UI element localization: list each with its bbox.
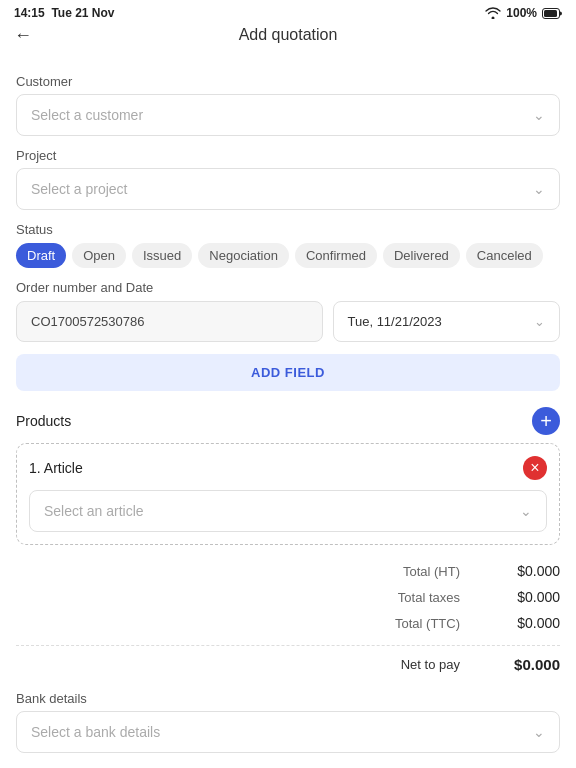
project-select[interactable]: Select a project ⌄ <box>16 168 560 210</box>
date-select[interactable]: Tue, 11/21/2023 ⌄ <box>333 301 561 342</box>
bank-details-label: Bank details <box>16 691 560 706</box>
status-chips: Draft Open Issued Negociation Confirmed … <box>16 243 560 268</box>
order-label: Order number and Date <box>16 280 560 295</box>
svg-rect-1 <box>544 10 557 17</box>
add-product-button[interactable]: + <box>532 407 560 435</box>
customer-label: Customer <box>16 74 560 89</box>
net-pay-row: Net to pay $0.000 <box>16 645 560 673</box>
products-header: Products + <box>16 407 560 435</box>
total-ht-label: Total (HT) <box>403 564 460 579</box>
wifi-icon <box>485 7 501 19</box>
add-product-icon: + <box>540 411 552 431</box>
status-chip-canceled[interactable]: Canceled <box>466 243 543 268</box>
total-taxes-value: $0.000 <box>500 589 560 605</box>
order-row: CO1700572530786 Tue, 11/21/2023 ⌄ <box>16 301 560 342</box>
back-button[interactable]: ← <box>14 25 32 46</box>
status-label: Status <box>16 222 560 237</box>
add-field-button[interactable]: ADD FIELD <box>16 354 560 391</box>
total-ht-row: Total (HT) $0.000 <box>16 563 560 579</box>
date-chevron-icon: ⌄ <box>534 314 545 329</box>
status-chip-negociation[interactable]: Negociation <box>198 243 289 268</box>
bank-details-chevron-icon: ⌄ <box>533 724 545 740</box>
total-taxes-label: Total taxes <box>398 590 460 605</box>
total-ttc-value: $0.000 <box>500 615 560 631</box>
project-chevron-icon: ⌄ <box>533 181 545 197</box>
bank-details-select[interactable]: Select a bank details ⌄ <box>16 711 560 753</box>
status-time: 14:15 Tue 21 Nov <box>14 6 115 20</box>
battery-label: 100% <box>506 6 537 20</box>
customer-placeholder: Select a customer <box>31 107 143 123</box>
total-ht-value: $0.000 <box>500 563 560 579</box>
page-title: Add quotation <box>239 26 338 44</box>
status-chip-delivered[interactable]: Delivered <box>383 243 460 268</box>
status-bar: 14:15 Tue 21 Nov 100% <box>0 0 576 22</box>
top-bar: ← Add quotation <box>0 22 576 52</box>
status-chip-open[interactable]: Open <box>72 243 126 268</box>
article-chevron-icon: ⌄ <box>520 503 532 519</box>
net-pay-label: Net to pay <box>401 657 460 672</box>
order-number-field: CO1700572530786 <box>16 301 323 342</box>
net-pay-value: $0.000 <box>500 656 560 673</box>
remove-article-button[interactable]: × <box>523 456 547 480</box>
products-label: Products <box>16 413 71 429</box>
date-value: Tue, 11/21/2023 <box>348 314 442 329</box>
article-title: 1. Article <box>29 460 83 476</box>
status-chip-draft[interactable]: Draft <box>16 243 66 268</box>
battery-icon <box>542 8 562 19</box>
totals-section: Total (HT) $0.000 Total taxes $0.000 Tot… <box>16 563 560 673</box>
project-label: Project <box>16 148 560 163</box>
status-chip-issued[interactable]: Issued <box>132 243 192 268</box>
article-card: 1. Article × Select an article ⌄ <box>16 443 560 545</box>
project-placeholder: Select a project <box>31 181 128 197</box>
status-chip-confirmed[interactable]: Confirmed <box>295 243 377 268</box>
form-body: Customer Select a customer ⌄ Project Sel… <box>0 52 576 768</box>
article-header: 1. Article × <box>29 456 547 480</box>
customer-chevron-icon: ⌄ <box>533 107 545 123</box>
total-ttc-label: Total (TTC) <box>395 616 460 631</box>
customer-select[interactable]: Select a customer ⌄ <box>16 94 560 136</box>
article-select[interactable]: Select an article ⌄ <box>29 490 547 532</box>
remove-icon: × <box>530 460 539 476</box>
total-taxes-row: Total taxes $0.000 <box>16 589 560 605</box>
bank-details-placeholder: Select a bank details <box>31 724 160 740</box>
status-right: 100% <box>485 6 562 20</box>
total-ttc-row: Total (TTC) $0.000 <box>16 615 560 631</box>
article-placeholder: Select an article <box>44 503 144 519</box>
